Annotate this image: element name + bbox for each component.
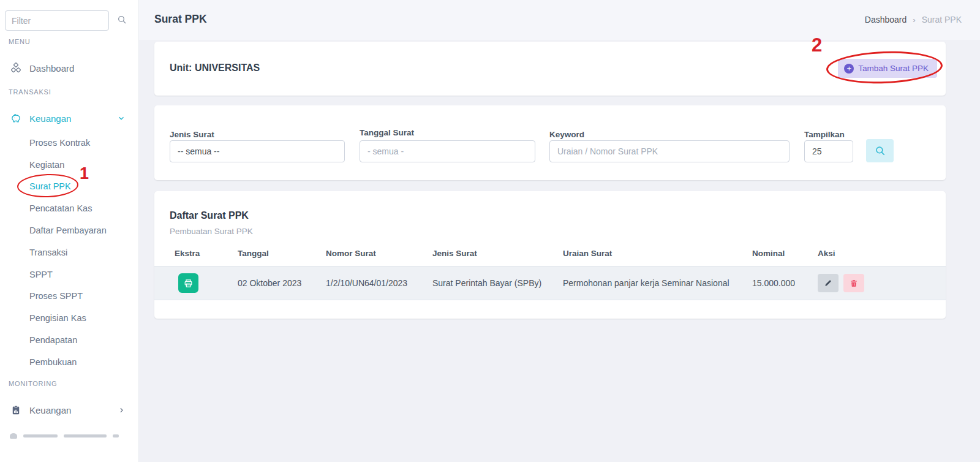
table-header-row: Ekstra Tanggal Nomor Surat Jenis Surat U… — [154, 244, 946, 262]
pencil-icon — [824, 279, 832, 287]
col-uraian-surat: Uraian Surat — [563, 249, 752, 258]
cell-uraian-surat: Permohonan panjar kerja Seminar Nasional — [563, 278, 752, 288]
sidebar-item-label: Dashboard — [29, 63, 74, 74]
print-button[interactable] — [178, 273, 198, 293]
unit-title: Unit: UNIVERSITAS — [170, 62, 260, 74]
sidebar-section-monitoring: MONITORING — [9, 380, 57, 387]
breadcrumb: Dashboard › Surat PPK — [865, 15, 962, 25]
col-nomor-surat: Nomor Surat — [326, 249, 432, 258]
cubes-icon — [10, 62, 22, 74]
sidebar-subitem-pendapatan[interactable]: Pendapatan — [29, 332, 77, 348]
table-card: Daftar Surat PPK Pembuatan Surat PPK Eks… — [154, 191, 946, 319]
sidebar-subitem-daftar-pembayaran[interactable]: Daftar Pembayaran — [29, 222, 107, 238]
keyword-label: Keyword — [549, 130, 584, 139]
delete-button[interactable] — [843, 274, 864, 292]
sidebar-subitem-pembukuan[interactable]: Pembukuan — [29, 354, 77, 370]
clipboard-chart-icon — [10, 404, 22, 416]
cell-jenis-surat: Surat Perintah Bayar (SPBy) — [432, 278, 563, 288]
col-jenis-surat: Jenis Surat — [432, 249, 563, 258]
sidebar-subitem-transaksi[interactable]: Transaksi — [29, 244, 67, 260]
sidebar-subitem-proses-kontrak[interactable]: Proses Kontrak — [29, 135, 90, 151]
filter-card: Jenis Surat -- semua -- Tanggal Surat Ke… — [154, 105, 946, 180]
breadcrumb-current: Surat PPK — [922, 15, 962, 25]
sidebar-subitem-kegiatan[interactable]: Kegiatan — [29, 157, 64, 173]
col-aksi: Aksi — [818, 249, 946, 258]
table-row: 02 Oktober 2023 1/2/10/UN64/01/2023 Sura… — [154, 266, 946, 300]
page-title: Surat PPK — [154, 13, 207, 26]
cell-nomor-surat: 1/2/10/UN64/01/2023 — [326, 278, 432, 288]
col-nominal: Nominal — [752, 249, 818, 258]
search-button[interactable] — [866, 139, 894, 162]
sidebar-item-label: Keuangan — [29, 113, 71, 124]
sidebar-item-label: Keuangan — [29, 405, 71, 415]
tanggal-surat-label: Tanggal Surat — [360, 128, 414, 137]
tampilkan-label: Tampilkan — [804, 130, 845, 139]
jenis-surat-select[interactable]: -- semua -- — [170, 140, 345, 162]
tambah-surat-ppk-button[interactable]: + Tambah Surat PPK — [838, 59, 937, 78]
edit-button[interactable] — [818, 274, 839, 292]
sidebar-section-menu: MENU — [9, 38, 31, 45]
table-title: Daftar Surat PPK — [170, 210, 249, 221]
cell-tanggal: 02 Oktober 2023 — [238, 278, 326, 288]
sidebar-item-keuangan[interactable]: Keuangan — [0, 109, 139, 127]
chevron-down-icon — [117, 114, 126, 123]
sidebar-item-dashboard[interactable]: Dashboard — [0, 59, 139, 77]
breadcrumb-separator-icon: › — [913, 15, 915, 25]
unit-card: Unit: UNIVERSITAS + Tambah Surat PPK — [154, 42, 946, 96]
tampilkan-input[interactable] — [804, 140, 853, 162]
sidebar-subitem-sppt[interactable]: SPPT — [29, 267, 53, 282]
table-subtitle: Pembuatan Surat PPK — [170, 227, 253, 236]
sidebar-partial-item — [10, 431, 126, 440]
page-header: Surat PPK Dashboard › Surat PPK — [139, 0, 980, 40]
piggy-bank-icon — [10, 112, 22, 124]
sidebar-subitem-pencatatan-kas[interactable]: Pencatatan Kas — [29, 200, 92, 216]
cell-nominal: 15.000.000 — [752, 278, 818, 288]
tambah-surat-ppk-label: Tambah Surat PPK — [858, 64, 929, 73]
jenis-surat-label: Jenis Surat — [170, 130, 214, 139]
sidebar: MENU Dashboard TRANSAKSI Keuangan Proses… — [0, 0, 139, 462]
trash-icon — [850, 279, 858, 288]
main-content: Surat PPK Dashboard › Surat PPK Unit: UN… — [139, 0, 980, 462]
sidebar-filter — [5, 10, 109, 31]
sidebar-section-transaksi: TRANSAKSI — [9, 88, 51, 96]
tanggal-surat-input[interactable] — [360, 140, 535, 162]
keyword-input[interactable] — [549, 140, 790, 162]
printer-icon — [183, 278, 194, 289]
col-ekstra: Ekstra — [175, 249, 238, 258]
search-icon — [875, 145, 886, 156]
chevron-right-icon — [118, 406, 126, 414]
breadcrumb-dashboard[interactable]: Dashboard — [865, 15, 907, 25]
row-actions — [818, 274, 946, 292]
sidebar-subitem-pengisian-kas[interactable]: Pengisian Kas — [29, 310, 86, 326]
plus-circle-icon: + — [844, 64, 854, 74]
sidebar-item-monitoring-keuangan[interactable]: Keuangan — [0, 401, 139, 419]
col-tanggal: Tanggal — [238, 249, 326, 258]
sidebar-filter-input[interactable] — [5, 10, 109, 31]
sidebar-subitem-surat-ppk[interactable]: Surat PPK — [29, 178, 71, 194]
sidebar-search-icon[interactable] — [117, 15, 127, 25]
sidebar-subitem-proses-sppt[interactable]: Proses SPPT — [29, 288, 83, 304]
